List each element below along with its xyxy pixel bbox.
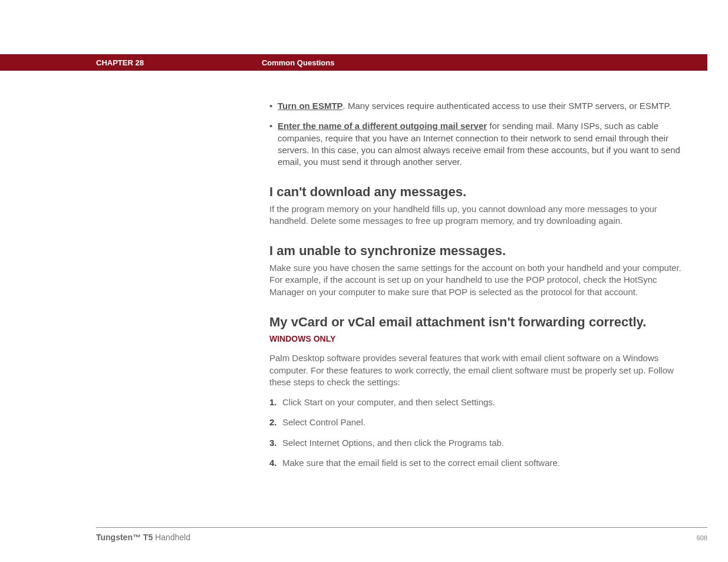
heading-vcard: My vCard or vCal email attachment isn't … [269,313,682,331]
step-text: Select Internet Options, and then click … [282,437,682,449]
section-title: Common Questions [262,58,335,67]
bullet-text: Turn on ESMTP. Many services require aut… [278,100,682,112]
step-item: 2. Select Control Panel. [269,416,682,428]
chapter-header: CHAPTER 28 Common Questions [0,54,707,71]
bullet-glyph: • [269,100,278,112]
bullet-item: • Enter the name of a different outgoing… [269,120,682,168]
subhead-windows-only: WINDOWS ONLY [269,333,682,345]
link-outgoing-server[interactable]: Enter the name of a different outgoing m… [278,121,487,131]
chapter-label: CHAPTER 28 [96,58,144,67]
bullet-body: . Many services require authenticated ac… [343,101,671,111]
step-number: 1. [269,396,282,408]
paragraph: Make sure you have chosen the same setti… [269,262,682,298]
step-item: 4. Make sure that the email field is set… [269,457,682,469]
step-item: 1. Click Start on your computer, and the… [269,396,682,408]
step-text: Click Start on your computer, and then s… [282,396,682,408]
step-text: Make sure that the email field is set to… [282,457,682,469]
step-number: 3. [269,437,282,449]
product-name: Tungsten™ T5 Handheld [96,533,190,542]
page-number: 608 [697,534,707,541]
step-number: 2. [269,416,282,428]
link-esmtp[interactable]: Turn on ESMTP [278,101,343,111]
heading-unable-sync: I am unable to synchronize messages. [269,242,682,260]
main-content: • Turn on ESMTP. Many services require a… [269,71,682,469]
bullet-glyph: • [269,120,278,168]
paragraph: If the program memory on your handheld f… [269,203,682,227]
step-item: 3. Select Internet Options, and then cli… [269,437,682,449]
product-rest: Handheld [153,533,190,542]
page-footer: Tungsten™ T5 Handheld 608 [96,527,707,542]
product-bold: Tungsten™ T5 [96,533,153,542]
bullet-item: • Turn on ESMTP. Many services require a… [269,100,682,112]
step-number: 4. [269,457,282,469]
bullet-text: Enter the name of a different outgoing m… [278,120,682,168]
step-text: Select Control Panel. [282,416,682,428]
paragraph: Palm Desktop software provides several f… [269,352,682,388]
heading-cant-download: I can't download any messages. [269,183,682,201]
